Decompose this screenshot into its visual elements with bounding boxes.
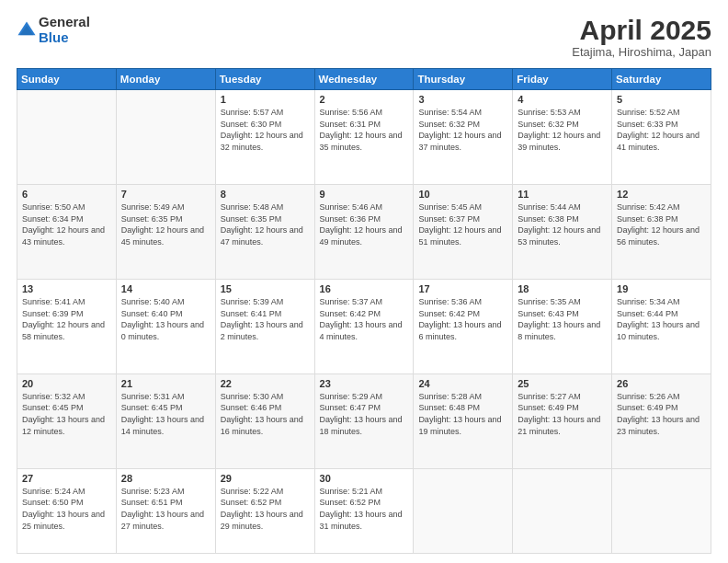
day-info: Sunrise: 5:48 AMSunset: 6:35 PMDaylight:… (221, 201, 310, 247)
day-number: 11 (518, 189, 607, 200)
day-number: 26 (617, 378, 706, 389)
day-info: Sunrise: 5:28 AMSunset: 6:48 PMDaylight:… (418, 391, 507, 437)
day-number: 12 (617, 189, 706, 200)
day-info: Sunrise: 5:27 AMSunset: 6:49 PMDaylight:… (518, 391, 607, 437)
table-row: 13Sunrise: 5:41 AMSunset: 6:39 PMDayligh… (17, 279, 117, 373)
table-row: 7Sunrise: 5:49 AMSunset: 6:35 PMDaylight… (116, 184, 215, 279)
day-number: 2 (320, 94, 409, 105)
day-info: Sunrise: 5:50 AMSunset: 6:34 PMDaylight:… (22, 201, 111, 247)
day-number: 23 (320, 378, 409, 389)
table-row: 28Sunrise: 5:23 AMSunset: 6:51 PMDayligh… (116, 468, 215, 553)
day-number: 21 (121, 378, 210, 389)
table-row: 23Sunrise: 5:29 AMSunset: 6:47 PMDayligh… (314, 373, 414, 468)
day-number: 3 (418, 94, 507, 105)
day-number: 15 (221, 283, 310, 294)
col-thursday: Thursday (414, 69, 513, 90)
logo-icon (17, 20, 37, 40)
col-friday: Friday (513, 69, 612, 90)
table-row: 16Sunrise: 5:37 AMSunset: 6:42 PMDayligh… (314, 279, 414, 373)
day-number: 14 (121, 283, 210, 294)
logo-general-text: General (39, 15, 90, 30)
table-row: 21Sunrise: 5:31 AMSunset: 6:45 PMDayligh… (116, 373, 215, 468)
subtitle: Etajima, Hiroshima, Japan (572, 45, 711, 59)
table-row (17, 90, 117, 185)
day-number: 25 (518, 378, 607, 389)
col-saturday: Saturday (612, 69, 711, 90)
table-row: 20Sunrise: 5:32 AMSunset: 6:45 PMDayligh… (17, 373, 117, 468)
day-number: 16 (320, 283, 409, 294)
day-info: Sunrise: 5:44 AMSunset: 6:38 PMDaylight:… (518, 201, 607, 247)
day-info: Sunrise: 5:34 AMSunset: 6:44 PMDaylight:… (617, 296, 706, 342)
col-tuesday: Tuesday (215, 69, 314, 90)
day-number: 4 (518, 94, 607, 105)
day-info: Sunrise: 5:29 AMSunset: 6:47 PMDaylight:… (320, 391, 409, 437)
day-info: Sunrise: 5:41 AMSunset: 6:39 PMDaylight:… (22, 296, 111, 342)
day-info: Sunrise: 5:42 AMSunset: 6:38 PMDaylight:… (617, 201, 706, 247)
day-number: 13 (22, 283, 111, 294)
page: General Blue April 2025 Etajima, Hiroshi… (0, 0, 728, 563)
day-info: Sunrise: 5:52 AMSunset: 6:33 PMDaylight:… (617, 107, 706, 153)
day-number: 7 (121, 189, 210, 200)
table-row: 14Sunrise: 5:40 AMSunset: 6:40 PMDayligh… (116, 279, 215, 373)
day-number: 19 (617, 283, 706, 294)
logo: General Blue (17, 15, 90, 45)
day-info: Sunrise: 5:26 AMSunset: 6:49 PMDaylight:… (617, 391, 706, 437)
day-info: Sunrise: 5:30 AMSunset: 6:46 PMDaylight:… (221, 391, 310, 437)
day-number: 10 (418, 189, 507, 200)
table-row: 26Sunrise: 5:26 AMSunset: 6:49 PMDayligh… (612, 373, 711, 468)
table-row: 12Sunrise: 5:42 AMSunset: 6:38 PMDayligh… (612, 184, 711, 279)
table-row: 5Sunrise: 5:52 AMSunset: 6:33 PMDaylight… (612, 90, 711, 185)
col-wednesday: Wednesday (314, 69, 414, 90)
day-number: 30 (320, 473, 409, 484)
day-number: 9 (320, 189, 409, 200)
table-row: 8Sunrise: 5:48 AMSunset: 6:35 PMDaylight… (215, 184, 314, 279)
table-row: 3Sunrise: 5:54 AMSunset: 6:32 PMDaylight… (414, 90, 513, 185)
day-number: 17 (418, 283, 507, 294)
table-row: 15Sunrise: 5:39 AMSunset: 6:41 PMDayligh… (215, 279, 314, 373)
table-row: 2Sunrise: 5:56 AMSunset: 6:31 PMDaylight… (314, 90, 414, 185)
table-row: 1Sunrise: 5:57 AMSunset: 6:30 PMDaylight… (215, 90, 314, 185)
day-number: 18 (518, 283, 607, 294)
table-row: 9Sunrise: 5:46 AMSunset: 6:36 PMDaylight… (314, 184, 414, 279)
day-number: 6 (22, 189, 111, 200)
day-info: Sunrise: 5:22 AMSunset: 6:52 PMDaylight:… (221, 486, 310, 532)
table-row: 30Sunrise: 5:21 AMSunset: 6:52 PMDayligh… (314, 468, 414, 553)
table-row: 22Sunrise: 5:30 AMSunset: 6:46 PMDayligh… (215, 373, 314, 468)
day-info: Sunrise: 5:56 AMSunset: 6:31 PMDaylight:… (320, 107, 409, 153)
table-row: 27Sunrise: 5:24 AMSunset: 6:50 PMDayligh… (17, 468, 117, 553)
table-row (513, 468, 612, 553)
logo-text: General Blue (39, 15, 90, 45)
col-sunday: Sunday (17, 69, 117, 90)
day-number: 28 (121, 473, 210, 484)
header: General Blue April 2025 Etajima, Hiroshi… (17, 15, 711, 59)
calendar-header-row: Sunday Monday Tuesday Wednesday Thursday… (17, 69, 711, 90)
day-info: Sunrise: 5:53 AMSunset: 6:32 PMDaylight:… (518, 107, 607, 153)
table-row: 24Sunrise: 5:28 AMSunset: 6:48 PMDayligh… (414, 373, 513, 468)
logo-blue-text: Blue (39, 30, 90, 46)
day-info: Sunrise: 5:21 AMSunset: 6:52 PMDaylight:… (320, 486, 409, 532)
day-info: Sunrise: 5:57 AMSunset: 6:30 PMDaylight:… (221, 107, 310, 153)
day-number: 1 (221, 94, 310, 105)
day-info: Sunrise: 5:36 AMSunset: 6:42 PMDaylight:… (418, 296, 507, 342)
day-number: 24 (418, 378, 507, 389)
day-number: 22 (221, 378, 310, 389)
day-number: 29 (221, 473, 310, 484)
day-info: Sunrise: 5:31 AMSunset: 6:45 PMDaylight:… (121, 391, 210, 437)
day-info: Sunrise: 5:23 AMSunset: 6:51 PMDaylight:… (121, 486, 210, 532)
table-row: 19Sunrise: 5:34 AMSunset: 6:44 PMDayligh… (612, 279, 711, 373)
day-info: Sunrise: 5:24 AMSunset: 6:50 PMDaylight:… (22, 486, 111, 532)
day-info: Sunrise: 5:37 AMSunset: 6:42 PMDaylight:… (320, 296, 409, 342)
table-row: 17Sunrise: 5:36 AMSunset: 6:42 PMDayligh… (414, 279, 513, 373)
calendar-table: Sunday Monday Tuesday Wednesday Thursday… (17, 68, 711, 554)
day-info: Sunrise: 5:35 AMSunset: 6:43 PMDaylight:… (518, 296, 607, 342)
day-info: Sunrise: 5:40 AMSunset: 6:40 PMDaylight:… (121, 296, 210, 342)
table-row: 10Sunrise: 5:45 AMSunset: 6:37 PMDayligh… (414, 184, 513, 279)
table-row (414, 468, 513, 553)
day-info: Sunrise: 5:49 AMSunset: 6:35 PMDaylight:… (121, 201, 210, 247)
day-number: 5 (617, 94, 706, 105)
day-info: Sunrise: 5:54 AMSunset: 6:32 PMDaylight:… (418, 107, 507, 153)
col-monday: Monday (116, 69, 215, 90)
table-row: 11Sunrise: 5:44 AMSunset: 6:38 PMDayligh… (513, 184, 612, 279)
day-number: 27 (22, 473, 111, 484)
table-row: 6Sunrise: 5:50 AMSunset: 6:34 PMDaylight… (17, 184, 117, 279)
